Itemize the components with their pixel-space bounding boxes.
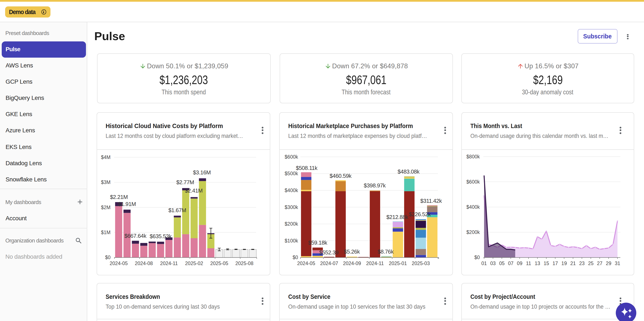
svg-text:$100k: $100k xyxy=(284,238,298,244)
svg-text:17: 17 xyxy=(552,261,558,266)
svg-text:29: 29 xyxy=(606,261,612,266)
svg-text:31: 31 xyxy=(615,261,620,266)
svg-text:$552.39: $552.39 xyxy=(319,249,338,256)
svg-text:11: 11 xyxy=(526,261,531,266)
svg-text:25: 25 xyxy=(588,261,594,266)
svg-text:2025-08: 2025-08 xyxy=(236,261,253,266)
svg-text:2024-07: 2024-07 xyxy=(320,261,338,266)
svg-text:$1.67M: $1.67M xyxy=(168,207,186,213)
svg-text:23: 23 xyxy=(579,261,585,266)
svg-text:$508.11k: $508.11k xyxy=(296,165,318,171)
svg-text:$800k: $800k xyxy=(466,154,480,160)
svg-text:$600k: $600k xyxy=(284,154,298,160)
svg-text:27: 27 xyxy=(597,261,602,266)
svg-text:2024-05: 2024-05 xyxy=(297,261,315,266)
svg-text:01: 01 xyxy=(481,261,487,266)
svg-text:$226.52k: $226.52k xyxy=(409,211,431,217)
svg-text:21: 21 xyxy=(570,261,576,266)
svg-text:$460.59k: $460.59k xyxy=(330,173,352,179)
svg-text:2025-01: 2025-01 xyxy=(389,261,407,266)
svg-text:19: 19 xyxy=(562,261,567,266)
svg-text:2024-05: 2024-05 xyxy=(110,261,128,266)
svg-text:$3.16M: $3.16M xyxy=(193,169,210,176)
svg-text:15: 15 xyxy=(544,261,549,266)
svg-text:2024-11: 2024-11 xyxy=(160,261,178,266)
svg-text:$3M: $3M xyxy=(101,179,110,185)
svg-text:$483.08k: $483.08k xyxy=(398,168,420,175)
svg-text:$500k: $500k xyxy=(284,171,298,176)
svg-text:$600k: $600k xyxy=(466,179,480,185)
svg-text:09: 09 xyxy=(517,261,522,266)
svg-text:$1M: $1M xyxy=(101,230,110,235)
svg-text:$398.97k: $398.97k xyxy=(364,182,386,189)
svg-text:$8.76k: $8.76k xyxy=(378,248,394,255)
svg-text:$2.41M: $2.41M xyxy=(185,187,202,194)
svg-text:$2.21M: $2.21M xyxy=(110,194,128,200)
svg-text:$59.18k: $59.18k xyxy=(308,239,328,246)
svg-text:$400k: $400k xyxy=(466,204,480,210)
svg-text:2025-02: 2025-02 xyxy=(185,261,203,266)
svg-text:$400k: $400k xyxy=(284,188,298,193)
svg-text:2024-09: 2024-09 xyxy=(343,261,361,266)
svg-text:2025-05: 2025-05 xyxy=(210,261,228,266)
svg-text:$2.77M: $2.77M xyxy=(176,179,194,185)
svg-text:$212.88k: $212.88k xyxy=(386,214,408,220)
svg-text:2024-11: 2024-11 xyxy=(366,261,384,266)
svg-text:$311.42k: $311.42k xyxy=(420,198,442,204)
svg-text:07: 07 xyxy=(508,261,514,266)
svg-text:2024-08: 2024-08 xyxy=(135,261,153,266)
svg-text:$200k: $200k xyxy=(466,229,480,235)
svg-text:$4M: $4M xyxy=(101,155,110,160)
svg-text:$0: $0 xyxy=(292,255,298,260)
svg-text:$635.53k: $635.53k xyxy=(150,233,172,239)
svg-text:$667.64k: $667.64k xyxy=(124,233,147,239)
svg-text:$300k: $300k xyxy=(284,204,298,210)
svg-text:$0: $0 xyxy=(474,255,480,260)
svg-text:$0: $0 xyxy=(105,255,110,260)
svg-text:13: 13 xyxy=(535,261,540,266)
svg-text:$2M: $2M xyxy=(101,205,110,210)
svg-text:05: 05 xyxy=(499,261,504,266)
svg-text:$5.26k: $5.26k xyxy=(344,248,360,255)
svg-text:03: 03 xyxy=(490,261,496,266)
svg-text:2025-03: 2025-03 xyxy=(412,261,430,266)
svg-text:$1.91M: $1.91M xyxy=(118,201,136,207)
svg-text:$200k: $200k xyxy=(284,221,298,227)
